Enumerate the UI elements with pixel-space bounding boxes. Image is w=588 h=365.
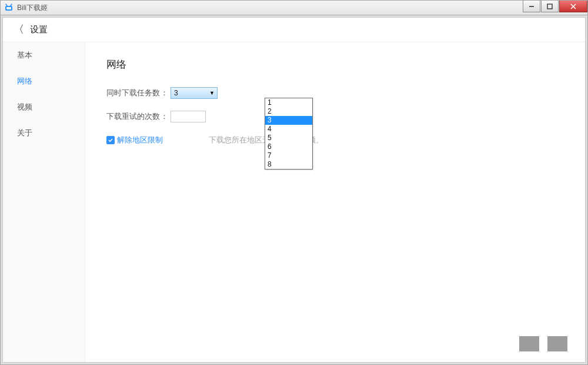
row-region-unlock: 解除地区限制 下载您所在地区无法观看的视频。 [106,134,564,147]
content: 网络 同时下载任务数 ： 3 ▼ 下载重试的次数 ： [85,42,585,362]
back-icon[interactable]: 〈 [14,22,24,36]
window: Bili下载姬 〈 设置 基本 网络 [0,0,588,365]
dropdown-option[interactable]: 3 [265,116,312,125]
sidebar-item-about[interactable]: 关于 [3,120,85,146]
sidebar-item-label: 视频 [17,102,32,112]
dropdown-option[interactable]: 2 [265,107,312,116]
client-frame: 〈 设置 基本 网络 视频 关于 网络 同时下载任务数 ： [0,15,588,365]
sidebar-item-label: 关于 [17,128,32,138]
app-icon [4,3,14,12]
sidebar-item-network[interactable]: 网络 [3,68,85,94]
dropdown-option[interactable]: 6 [265,142,312,151]
section-title: 网络 [106,58,564,71]
dropdown-option[interactable]: 1 [265,98,312,107]
window-title: Bili下载姬 [17,3,48,13]
chevron-down-icon: ▼ [209,90,215,96]
check-icon [108,137,113,143]
retry-input[interactable] [171,111,206,122]
header-title: 设置 [30,24,48,35]
footer-button-1[interactable] [519,336,539,351]
row-max-tasks: 同时下载任务数 ： 3 ▼ [106,87,564,99]
colon: ： [161,88,168,98]
footer-buttons [519,336,567,351]
region-unlock-checkbox[interactable] [106,136,115,144]
footer-button-2[interactable] [547,336,567,351]
minimize-button[interactable] [523,1,540,12]
row-retry: 下载重试的次数 ： [106,110,564,123]
window-buttons [522,1,587,12]
client: 〈 设置 基本 网络 视频 关于 网络 同时下载任务数 ： [2,17,586,363]
max-tasks-combo[interactable]: 3 ▼ [171,87,218,99]
combo-value: 3 [174,89,178,97]
sidebar-item-label: 网络 [17,76,32,87]
dropdown-option[interactable]: 5 [265,134,312,142]
row-label: 同时下载任务数 [106,88,160,98]
row-label: 下载重试的次数 [106,111,160,122]
body: 基本 网络 视频 关于 网络 同时下载任务数 ： 3 ▼ [3,42,585,362]
dropdown-option[interactable]: 4 [265,125,312,134]
sidebar-item-video[interactable]: 视频 [3,94,85,120]
close-button[interactable] [559,1,587,12]
sidebar-item-label: 基本 [17,50,32,61]
colon: ： [161,111,168,122]
max-tasks-dropdown[interactable]: 12345678 [265,98,313,170]
back-header[interactable]: 〈 设置 [3,18,585,42]
maximize-button[interactable] [541,1,559,12]
dropdown-option[interactable]: 7 [265,151,312,160]
sidebar: 基本 网络 视频 关于 [3,42,85,362]
svg-rect-1 [6,7,11,9]
dropdown-option[interactable]: 8 [265,160,312,169]
checkbox-label: 解除地区限制 [117,135,163,145]
titlebar[interactable]: Bili下载姬 [0,0,588,15]
sidebar-item-basic[interactable]: 基本 [3,42,85,68]
svg-rect-3 [547,4,552,9]
